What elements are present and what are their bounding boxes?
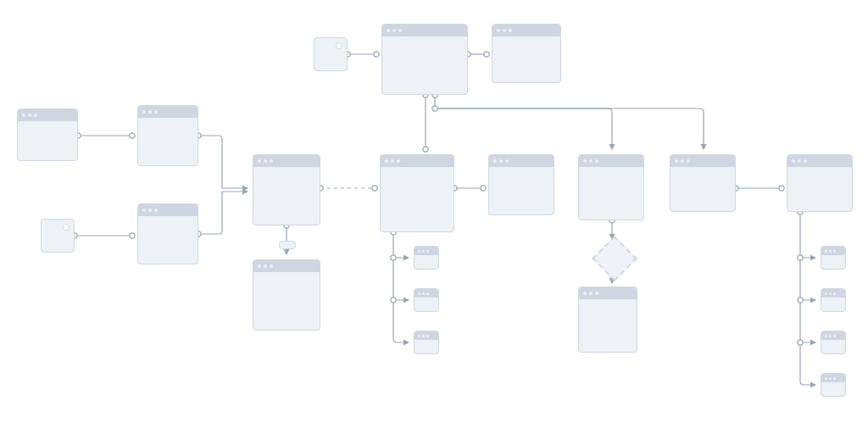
node-left-c[interactable] bbox=[137, 203, 198, 264]
window-control-dot bbox=[392, 29, 396, 32]
node-c1-sub-3[interactable] bbox=[414, 331, 439, 354]
window-control-dot bbox=[264, 159, 267, 163]
window-titlebar bbox=[489, 155, 554, 167]
window-control-dot bbox=[422, 250, 425, 253]
window-control-dot bbox=[825, 250, 827, 253]
window-control-dot bbox=[675, 159, 678, 163]
node-left-thumb[interactable] bbox=[41, 219, 75, 253]
node-c5-sub-2[interactable] bbox=[821, 288, 846, 312]
window-control-dot bbox=[804, 159, 807, 163]
edge bbox=[435, 95, 704, 149]
window-control-dot bbox=[595, 159, 598, 163]
window-control-dot bbox=[829, 377, 832, 380]
node-col-5[interactable] bbox=[787, 154, 853, 212]
edge bbox=[800, 300, 815, 342]
window-control-dot bbox=[397, 159, 400, 163]
edge bbox=[435, 108, 612, 149]
window-control-dot bbox=[426, 292, 429, 295]
window-control-dot bbox=[503, 29, 506, 32]
node-mid-a[interactable] bbox=[253, 154, 320, 225]
window-control-dot bbox=[829, 292, 832, 295]
connector-pill bbox=[279, 241, 296, 249]
window-titlebar bbox=[821, 374, 845, 382]
edge bbox=[800, 342, 815, 385]
window-control-dot bbox=[148, 209, 152, 212]
window-titlebar bbox=[18, 109, 77, 121]
window-titlebar bbox=[381, 155, 453, 167]
window-titlebar bbox=[579, 155, 643, 167]
window-titlebar bbox=[492, 25, 560, 36]
window-control-dot bbox=[509, 29, 512, 32]
node-top-thumb[interactable] bbox=[314, 37, 348, 71]
node-top-parent[interactable] bbox=[381, 24, 468, 95]
window-titlebar bbox=[821, 331, 845, 340]
window-control-dot bbox=[426, 335, 429, 337]
window-control-dot bbox=[142, 209, 146, 212]
node-mid-b[interactable] bbox=[253, 259, 320, 331]
window-titlebar bbox=[138, 204, 198, 216]
window-control-dot bbox=[493, 159, 497, 163]
window-control-dot bbox=[583, 159, 587, 163]
window-control-dot bbox=[154, 110, 158, 114]
node-c5-sub-3[interactable] bbox=[821, 331, 846, 354]
window-control-dot bbox=[829, 250, 832, 253]
window-control-dot bbox=[398, 29, 402, 32]
node-top-right[interactable] bbox=[492, 24, 561, 83]
window-control-dot bbox=[418, 250, 420, 253]
edge bbox=[198, 192, 248, 234]
window-control-dot bbox=[28, 114, 31, 117]
window-control-dot bbox=[583, 292, 587, 295]
node-col-3[interactable] bbox=[578, 154, 644, 220]
window-titlebar bbox=[138, 106, 198, 118]
node-left-a[interactable] bbox=[17, 108, 78, 161]
flow-canvas[interactable] bbox=[0, 0, 868, 434]
window-control-dot bbox=[387, 29, 390, 32]
window-control-dot bbox=[833, 335, 836, 337]
window-control-dot bbox=[422, 292, 425, 295]
window-control-dot bbox=[833, 292, 836, 295]
node-col-1[interactable] bbox=[380, 154, 454, 232]
window-control-dot bbox=[422, 335, 425, 337]
node-col-2[interactable] bbox=[488, 154, 554, 215]
window-control-dot bbox=[589, 159, 593, 163]
node-c5-sub-1[interactable] bbox=[821, 246, 846, 270]
window-titlebar bbox=[821, 247, 845, 255]
window-control-dot bbox=[792, 159, 795, 163]
window-control-dot bbox=[418, 292, 420, 295]
window-control-dot bbox=[499, 159, 503, 163]
window-titlebar bbox=[415, 331, 438, 340]
window-control-dot bbox=[589, 292, 593, 295]
window-control-dot bbox=[825, 292, 827, 295]
window-control-dot bbox=[22, 114, 25, 117]
edge bbox=[198, 136, 248, 188]
node-c1-sub-1[interactable] bbox=[414, 246, 439, 270]
window-control-dot bbox=[833, 250, 836, 253]
window-titlebar bbox=[787, 155, 852, 167]
node-c1-sub-2[interactable] bbox=[414, 288, 439, 312]
node-left-b[interactable] bbox=[137, 105, 198, 166]
window-control-dot bbox=[264, 264, 267, 268]
edge bbox=[393, 258, 409, 300]
window-control-dot bbox=[833, 377, 836, 380]
window-control-dot bbox=[798, 159, 801, 163]
node-c3-decision[interactable] bbox=[592, 236, 637, 281]
window-titlebar bbox=[382, 25, 467, 36]
window-control-dot bbox=[595, 292, 598, 295]
edge bbox=[800, 258, 815, 300]
window-titlebar bbox=[415, 247, 438, 255]
window-control-dot bbox=[270, 159, 273, 163]
node-c5-sub-4[interactable] bbox=[821, 373, 846, 397]
window-control-dot bbox=[426, 250, 429, 253]
window-titlebar bbox=[579, 287, 637, 299]
window-control-dot bbox=[505, 159, 509, 163]
window-control-dot bbox=[825, 335, 827, 337]
window-control-dot bbox=[418, 335, 420, 337]
window-control-dot bbox=[385, 159, 388, 163]
window-control-dot bbox=[258, 264, 261, 268]
window-control-dot bbox=[270, 264, 273, 268]
node-c3-result[interactable] bbox=[578, 287, 637, 353]
node-col-4[interactable] bbox=[670, 154, 736, 212]
window-control-dot bbox=[681, 159, 684, 163]
window-titlebar bbox=[821, 289, 845, 298]
window-titlebar bbox=[253, 260, 320, 272]
